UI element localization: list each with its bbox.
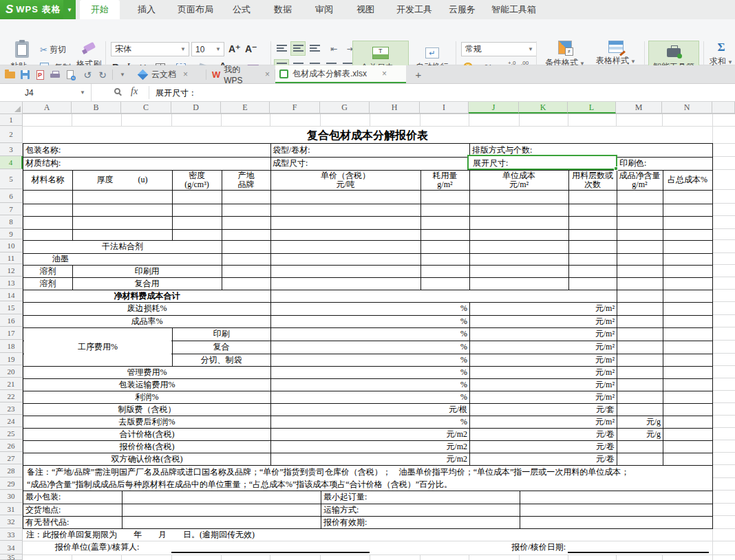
cell-print-color[interactable]: 印刷色: xyxy=(617,157,712,170)
font-size-select[interactable]: 10▼ xyxy=(191,42,224,56)
cell-print-use[interactable]: 印刷用 xyxy=(72,265,222,277)
row-header-19[interactable]: 19 xyxy=(0,353,23,365)
cell-unit[interactable]: % xyxy=(270,378,469,391)
cell-unit[interactable]: % xyxy=(270,327,469,341)
row-header-31[interactable]: 31 xyxy=(0,503,23,515)
cell-note[interactable]: 备注：“产地/品牌”需注明国产厂名及品牌或进口国名称及品牌；“单价”指货到贵司仓… xyxy=(25,465,711,491)
menu-tab-8[interactable]: 开发工具 xyxy=(392,0,436,19)
row-header-17[interactable]: 17 xyxy=(0,327,23,340)
cell-unit[interactable]: % xyxy=(270,354,469,366)
column-header-H[interactable]: H xyxy=(370,102,420,114)
cell-unit[interactable]: % xyxy=(270,302,469,315)
column-header-I[interactable]: I xyxy=(420,102,469,114)
col-header-density[interactable]: 密度 (g/cm³) xyxy=(172,170,222,190)
align-bottom-button[interactable] xyxy=(307,41,322,56)
cell-min-order[interactable]: 最小起订量: xyxy=(321,491,519,504)
menu-tab-2[interactable]: 插入 xyxy=(134,0,160,19)
tab-cloud-docs[interactable]: 云文档 × xyxy=(135,65,205,83)
cell-unit[interactable]: 元/m² xyxy=(469,416,617,428)
cell-form-size[interactable]: 成型尺寸: xyxy=(270,157,469,170)
row-header-5[interactable]: 5 xyxy=(0,169,23,189)
align-middle-button[interactable] xyxy=(290,41,306,56)
cell-validity[interactable]: 报价有效期: xyxy=(321,516,519,528)
row-header-14[interactable]: 14 xyxy=(0,289,23,301)
wps-logo[interactable]: S WPS 表格 xyxy=(0,0,63,19)
cell-total-price[interactable]: 合计价格(含税) xyxy=(23,428,270,440)
cell-unit[interactable]: % xyxy=(270,416,469,428)
cell-solvent-2[interactable]: 溶剂 xyxy=(23,277,72,290)
search-icon[interactable] xyxy=(114,88,120,94)
menu-tab-10[interactable]: 智能工具箱 xyxy=(487,0,540,19)
new-tab-button[interactable]: + xyxy=(412,68,425,81)
col-header-net-content[interactable]: 成品净含量 g/m² xyxy=(617,170,663,190)
col-header-thickness[interactable]: 厚度 (u) xyxy=(72,170,172,190)
row-header-33[interactable]: 33 xyxy=(0,528,23,541)
cell-plate-fee[interactable]: 制版费（含税） xyxy=(23,403,270,416)
row-header-22[interactable]: 22 xyxy=(0,390,23,402)
cell-dry-adhesive[interactable]: 干法粘合剂 xyxy=(23,240,222,253)
name-box[interactable]: J4 ▼ xyxy=(0,84,92,101)
column-header-G[interactable]: G xyxy=(320,102,370,114)
row-header-4[interactable]: 4 xyxy=(0,156,23,169)
row-header-35[interactable]: 35 xyxy=(0,554,23,560)
cell-waste[interactable]: 废边损耗% xyxy=(23,302,270,315)
column-header-N[interactable]: N xyxy=(662,102,712,114)
column-header-K[interactable]: K xyxy=(519,102,568,114)
row-header-16[interactable]: 16 xyxy=(0,314,23,327)
column-header-L[interactable]: L xyxy=(568,102,616,114)
row-header-1[interactable]: 1 xyxy=(0,114,23,126)
cell-unit[interactable]: 元/g xyxy=(617,428,663,440)
cell-unit[interactable]: % xyxy=(270,366,469,378)
row-header-11[interactable]: 11 xyxy=(0,252,23,264)
number-format-select[interactable]: 常规▼ xyxy=(461,42,537,56)
row-header-12[interactable]: 12 xyxy=(0,264,23,277)
cell-delivery-place[interactable]: 交货地点: xyxy=(23,504,121,516)
cell-slitting[interactable]: 分切、制袋 xyxy=(172,354,270,366)
col-header-pct-total[interactable]: 占总成本% xyxy=(663,170,712,190)
cell-unit[interactable]: 元/m² xyxy=(469,378,617,391)
row-header-30[interactable]: 30 xyxy=(0,490,23,503)
row-header-26[interactable]: 26 xyxy=(0,440,23,452)
cell-unit[interactable]: 元/根 xyxy=(270,403,469,416)
column-header-A[interactable]: A xyxy=(23,102,72,114)
column-header-M[interactable]: M xyxy=(616,102,662,114)
print-preview-button[interactable] xyxy=(63,68,77,81)
cell-confirm-price[interactable]: 双方确认价格(含税) xyxy=(23,453,270,465)
cell-unit[interactable]: 元/m2 xyxy=(270,453,469,465)
cell-expand-size-selected[interactable]: 展开尺寸: xyxy=(471,158,614,169)
export-pdf-button[interactable]: P xyxy=(33,68,47,81)
align-top-button[interactable] xyxy=(274,41,289,56)
menu-tab-6[interactable]: 审阅 xyxy=(311,0,337,19)
cell-unit[interactable]: 元/卷 xyxy=(469,440,617,453)
cell-yield[interactable]: 成品率% xyxy=(23,315,270,327)
cell-title[interactable]: 复合包材成本分解报价表 xyxy=(23,127,712,143)
row-header-28[interactable]: 28 xyxy=(0,464,23,477)
cell-unit[interactable]: 元/套 xyxy=(469,403,617,416)
close-tab-icon[interactable]: × xyxy=(265,69,270,79)
cell-unit[interactable]: 元/m2 xyxy=(270,440,469,453)
row-header-13[interactable]: 13 xyxy=(0,277,23,289)
menu-tab-1[interactable]: 开始 xyxy=(80,0,120,19)
table-style-button[interactable]: 表格样式▼ xyxy=(593,41,639,67)
grow-font-button[interactable]: A⁺ xyxy=(228,42,241,56)
column-header-E[interactable]: E xyxy=(221,102,270,114)
cell-unit[interactable]: 元/卷 xyxy=(469,428,617,440)
column-header-J[interactable]: J xyxy=(469,102,519,114)
formula-input-value[interactable]: 展开尺寸： xyxy=(156,87,197,99)
row-header-20[interactable]: 20 xyxy=(0,365,23,378)
col-header-material[interactable]: 材料名称 xyxy=(23,170,72,190)
cell-unit[interactable]: % xyxy=(270,341,469,354)
column-header-F[interactable]: F xyxy=(270,102,320,114)
cut-button[interactable]: ✂ 剪切 xyxy=(40,43,66,56)
row-header-21[interactable]: 21 xyxy=(0,378,23,390)
cell-material-structure[interactable]: 材质结构: xyxy=(23,157,270,170)
conditional-format-button[interactable]: ≠ 条件格式▼ xyxy=(542,41,588,69)
cell-unit[interactable]: 元/m² xyxy=(469,315,617,327)
cell-quote-unit[interactable]: 报价单位(盖章)/核算人: xyxy=(23,541,171,554)
row-header-9[interactable]: 9 xyxy=(0,228,23,239)
name-box-dropdown-arrow[interactable]: ▼ xyxy=(80,89,85,96)
column-header-B[interactable]: B xyxy=(72,102,121,114)
row-header-27[interactable]: 27 xyxy=(0,452,23,464)
menu-tab-9[interactable]: 云服务 xyxy=(445,0,480,19)
row-header-10[interactable]: 10 xyxy=(0,239,23,252)
